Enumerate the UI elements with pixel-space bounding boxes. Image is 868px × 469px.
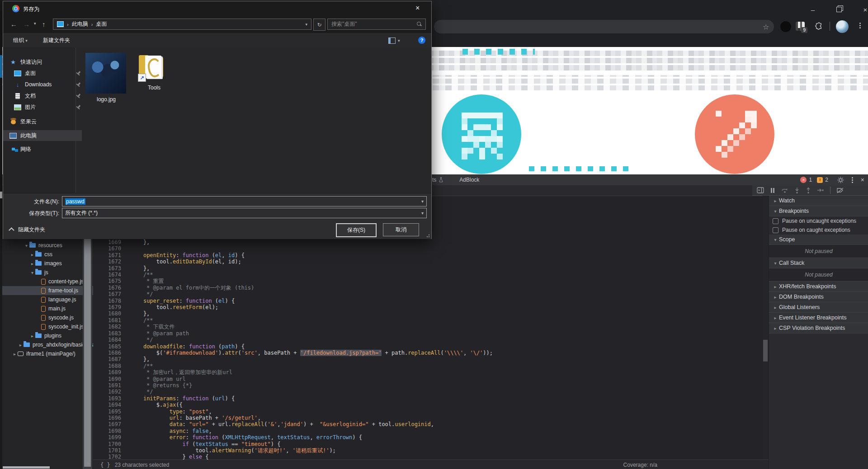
expand-icon[interactable]: ▸ bbox=[772, 326, 779, 331]
breadcrumb-dropdown-icon[interactable]: ▾ bbox=[305, 22, 307, 27]
file-item-tools[interactable]: ↗ Tools bbox=[138, 55, 170, 91]
step-out-icon[interactable] bbox=[806, 187, 811, 194]
expand-icon[interactable]: ▸ bbox=[18, 342, 24, 347]
collapse-icon[interactable]: ▾ bbox=[29, 270, 35, 275]
breadcrumb[interactable]: › 此电脑 › 桌面 ▾ bbox=[53, 19, 311, 30]
expand-icon[interactable]: ▸ bbox=[772, 305, 779, 310]
sidebar-item-star[interactable]: ★快速访问 bbox=[3, 56, 82, 67]
section-event-listener-breakpoints[interactable]: ▸Event Listener Breakpoints bbox=[769, 313, 868, 323]
resize-grip[interactable] bbox=[425, 233, 429, 237]
collapse-icon[interactable]: ▾ bbox=[772, 237, 779, 242]
code-line[interactable]: 1697 data: "url=" + url.replaceAll('&','… bbox=[93, 421, 763, 427]
minimize-icon[interactable]: – bbox=[802, 4, 823, 15]
collapse-icon[interactable]: ▾ bbox=[772, 261, 779, 266]
search-input[interactable]: 搜索"桌面" bbox=[327, 19, 426, 30]
toggle-panel-icon[interactable] bbox=[757, 187, 764, 193]
code-line[interactable]: 1672 tool.editDataById(el, id); bbox=[93, 258, 763, 265]
line-number[interactable]: 1691 bbox=[93, 382, 130, 389]
restore-icon[interactable] bbox=[829, 4, 849, 15]
refresh-icon[interactable]: ↻ bbox=[313, 19, 326, 31]
code-line[interactable]: 1675 * 重置 bbox=[93, 278, 763, 284]
line-number[interactable]: 1669 bbox=[93, 239, 130, 245]
sidebar-item-acorn[interactable]: 坚果云 bbox=[3, 116, 82, 127]
code-line[interactable]: 1684 */ bbox=[93, 337, 763, 343]
code-line[interactable]: 1679 tool.resetForm(el); bbox=[93, 304, 763, 310]
code-line[interactable]: 1686 $('#iframedownload').attr('src', ba… bbox=[93, 350, 763, 356]
line-number[interactable]: 1673 bbox=[93, 265, 130, 272]
line-number[interactable]: 1683 bbox=[93, 330, 130, 337]
code-line[interactable]: 1694 $.ajax({ bbox=[93, 402, 763, 408]
file-item-logo[interactable]: logo.jpg bbox=[85, 53, 127, 103]
close-icon[interactable]: × bbox=[855, 4, 868, 15]
menu-kebab-icon[interactable] bbox=[858, 22, 862, 29]
view-mode-button[interactable]: ▾ bbox=[388, 38, 400, 44]
code-line[interactable]: 1701 tool.alertWarning('请求超时!', '请稍后重试!'… bbox=[93, 447, 763, 454]
up-icon[interactable]: ↑ bbox=[42, 20, 46, 28]
section-dom-breakpoints[interactable]: ▸DOM Breakpoints bbox=[769, 292, 868, 302]
code-line[interactable]: 1674 /** bbox=[93, 272, 763, 278]
pretty-print-icon[interactable]: { } bbox=[100, 462, 110, 468]
code-line[interactable]: 1680 }, bbox=[93, 310, 763, 317]
history-dropdown-icon[interactable]: ▾ bbox=[34, 21, 36, 26]
extensions-puzzle-icon[interactable] bbox=[815, 22, 823, 33]
sidebar-item-network[interactable]: 网络 bbox=[3, 144, 82, 155]
code-line[interactable]: 1678 super_reset: function (el) { bbox=[93, 298, 763, 304]
code-line[interactable]: 1682 * 下载文件 bbox=[93, 324, 763, 330]
tree-item-iframe1-mainpage-[interactable]: ▸iframe1 (mainPage/) bbox=[2, 349, 94, 358]
navigator-hscrollbar[interactable] bbox=[3, 466, 50, 469]
sidebar-item-download[interactable]: ↓Downloads bbox=[3, 79, 86, 90]
pause-icon[interactable] bbox=[770, 188, 775, 193]
checkbox-icon[interactable] bbox=[773, 227, 778, 233]
profile-avatar[interactable] bbox=[836, 20, 849, 33]
expand-icon[interactable]: ▸ bbox=[772, 295, 779, 300]
section-global-listeners[interactable]: ▸Global Listeners bbox=[769, 302, 868, 313]
savetype-dropdown-icon[interactable]: ▾ bbox=[421, 211, 424, 216]
line-number[interactable]: 1671 bbox=[93, 252, 130, 258]
code-line[interactable]: 1690 * @param url bbox=[93, 376, 763, 382]
sidebar-item-document[interactable]: 文档 bbox=[3, 90, 86, 101]
help-button[interactable]: ? bbox=[418, 37, 425, 44]
back-icon[interactable]: ← bbox=[10, 20, 17, 28]
line-number[interactable]: 1694 bbox=[93, 402, 130, 408]
collapse-icon[interactable]: ▾ bbox=[772, 209, 779, 214]
save-button[interactable]: 保存(S) bbox=[336, 223, 377, 237]
line-number[interactable]: 1697 bbox=[93, 421, 130, 427]
code-line[interactable]: 1692 */ bbox=[93, 389, 763, 395]
line-number[interactable]: 1676 bbox=[93, 285, 130, 291]
code-line[interactable]: 1681 /** bbox=[93, 317, 763, 324]
line-number[interactable]: 1695 bbox=[93, 408, 130, 415]
expand-icon[interactable]: ▸ bbox=[772, 284, 779, 289]
code-line[interactable]: 1691 * @returns {*} bbox=[93, 382, 763, 389]
bookmark-star-icon[interactable]: ☆ bbox=[763, 23, 769, 31]
line-number[interactable]: 1681 bbox=[93, 317, 130, 324]
line-number[interactable]: 1696 bbox=[93, 415, 130, 421]
code-editor[interactable]: 1669 },16701671 openEntity: function (el… bbox=[93, 239, 763, 460]
savetype-select[interactable]: 所有文件 (*.*) ▾ bbox=[62, 208, 427, 218]
dialog-close-icon[interactable]: × bbox=[415, 4, 420, 12]
performance-insights-tab-partial[interactable]: ts bbox=[432, 177, 436, 183]
extension-pixel-icon[interactable]: 9 bbox=[796, 22, 805, 31]
section-csp-violation-breakpoints[interactable]: ▸CSP Violation Breakpoints bbox=[769, 323, 868, 333]
section-breakpoints[interactable]: ▾Breakpoints bbox=[769, 206, 868, 216]
line-number[interactable]: 1677 bbox=[93, 291, 130, 297]
code-line[interactable]: 1677 */ bbox=[93, 291, 763, 297]
section-xhr-fetch-breakpoints[interactable]: ▸XHR/fetch Breakpoints bbox=[769, 281, 868, 292]
line-number[interactable]: 1700 bbox=[93, 441, 130, 447]
line-number[interactable]: 1686 bbox=[93, 350, 130, 356]
expand-icon[interactable]: ▸ bbox=[29, 261, 35, 266]
line-number[interactable]: 1682 bbox=[93, 324, 130, 330]
settings-gear-icon[interactable] bbox=[837, 176, 844, 184]
code-line[interactable]: 1670 bbox=[93, 245, 763, 252]
line-number[interactable]: 1689 bbox=[93, 369, 130, 375]
extension-circle-icon[interactable] bbox=[780, 21, 791, 32]
collapse-icon[interactable]: ▾ bbox=[24, 243, 29, 248]
deactivate-breakpoints-icon[interactable] bbox=[836, 187, 844, 194]
code-line[interactable]: 1669 }, bbox=[93, 239, 763, 245]
expand-icon[interactable]: ▸ bbox=[12, 352, 18, 356]
cancel-button[interactable]: 取消 bbox=[383, 223, 419, 236]
code-line[interactable]: 1696 url: basePath + '/s/geturl', bbox=[93, 415, 763, 421]
forward-icon[interactable]: → bbox=[23, 20, 30, 28]
expand-icon[interactable]: ▸ bbox=[29, 333, 35, 338]
code-line[interactable]: 1676 * @param el form中的一个对象 (this) bbox=[93, 285, 763, 291]
code-line[interactable]: 1687 }, bbox=[93, 356, 763, 362]
